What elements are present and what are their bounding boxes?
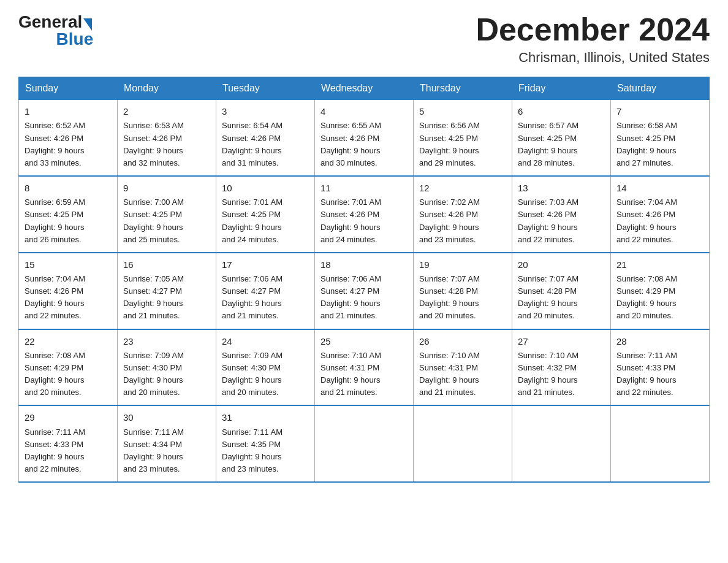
table-row: 8Sunrise: 6:59 AMSunset: 4:25 PMDaylight…: [19, 176, 118, 253]
table-row: 9Sunrise: 7:00 AMSunset: 4:25 PMDaylight…: [118, 176, 216, 253]
day-info: Sunrise: 7:01 AMSunset: 4:25 PMDaylight:…: [222, 196, 309, 246]
day-number: 19: [419, 258, 506, 272]
table-row: 22Sunrise: 7:08 AMSunset: 4:29 PMDayligh…: [19, 329, 118, 406]
day-number: 21: [616, 258, 703, 272]
day-info: Sunrise: 7:04 AMSunset: 4:26 PMDaylight:…: [25, 273, 112, 323]
table-row: 29Sunrise: 7:11 AMSunset: 4:33 PMDayligh…: [19, 405, 118, 482]
title-area: December 2024 Chrisman, Illinois, United…: [476, 12, 710, 66]
day-number: 5: [419, 104, 506, 118]
day-number: 8: [25, 181, 112, 195]
day-info: Sunrise: 7:01 AMSunset: 4:26 PMDaylight:…: [320, 196, 408, 246]
day-info: Sunrise: 7:06 AMSunset: 4:27 PMDaylight:…: [222, 273, 309, 323]
table-row: 11Sunrise: 7:01 AMSunset: 4:26 PMDayligh…: [315, 176, 414, 253]
table-row: 7Sunrise: 6:58 AMSunset: 4:25 PMDaylight…: [611, 99, 710, 176]
day-number: 9: [123, 181, 210, 195]
day-number: 7: [616, 104, 703, 118]
day-info: Sunrise: 6:56 AMSunset: 4:25 PMDaylight:…: [419, 120, 506, 169]
calendar-week-row: 29Sunrise: 7:11 AMSunset: 4:33 PMDayligh…: [19, 405, 710, 482]
day-number: 12: [419, 181, 506, 195]
day-number: 4: [320, 104, 408, 118]
table-row: 3Sunrise: 6:54 AMSunset: 4:26 PMDaylight…: [216, 99, 315, 176]
day-info: Sunrise: 6:59 AMSunset: 4:25 PMDaylight:…: [25, 196, 112, 246]
day-info: Sunrise: 7:06 AMSunset: 4:27 PMDaylight:…: [320, 273, 408, 323]
day-number: 1: [25, 104, 112, 118]
day-info: Sunrise: 7:11 AMSunset: 4:35 PMDaylight:…: [222, 426, 309, 476]
day-number: 18: [320, 258, 408, 272]
table-row: [315, 405, 414, 482]
day-info: Sunrise: 7:10 AMSunset: 4:32 PMDaylight:…: [518, 350, 605, 399]
day-number: 23: [123, 334, 210, 348]
calendar-week-row: 15Sunrise: 7:04 AMSunset: 4:26 PMDayligh…: [19, 253, 710, 329]
header-wednesday: Wednesday: [315, 77, 414, 99]
table-row: 16Sunrise: 7:05 AMSunset: 4:27 PMDayligh…: [118, 253, 216, 329]
day-number: 20: [518, 258, 605, 272]
header-sunday: Sunday: [19, 77, 118, 99]
table-row: 5Sunrise: 6:56 AMSunset: 4:25 PMDaylight…: [414, 99, 512, 176]
day-number: 24: [222, 334, 309, 348]
table-row: 28Sunrise: 7:11 AMSunset: 4:33 PMDayligh…: [611, 329, 710, 406]
calendar-week-row: 1Sunrise: 6:52 AMSunset: 4:26 PMDaylight…: [19, 99, 710, 176]
table-row: 24Sunrise: 7:09 AMSunset: 4:30 PMDayligh…: [216, 329, 315, 406]
logo-blue-text: Blue: [56, 29, 94, 49]
table-row: 30Sunrise: 7:11 AMSunset: 4:34 PMDayligh…: [118, 405, 216, 482]
table-row: 23Sunrise: 7:09 AMSunset: 4:30 PMDayligh…: [118, 329, 216, 406]
day-info: Sunrise: 7:08 AMSunset: 4:29 PMDaylight:…: [25, 350, 112, 399]
table-row: 4Sunrise: 6:55 AMSunset: 4:26 PMDaylight…: [315, 99, 414, 176]
day-info: Sunrise: 7:10 AMSunset: 4:31 PMDaylight:…: [320, 350, 408, 399]
day-info: Sunrise: 7:07 AMSunset: 4:28 PMDaylight:…: [419, 273, 506, 323]
day-info: Sunrise: 7:00 AMSunset: 4:25 PMDaylight:…: [123, 196, 210, 246]
table-row: 14Sunrise: 7:04 AMSunset: 4:26 PMDayligh…: [611, 176, 710, 253]
table-row: 2Sunrise: 6:53 AMSunset: 4:26 PMDaylight…: [118, 99, 216, 176]
day-number: 27: [518, 334, 605, 348]
table-row: [414, 405, 512, 482]
day-number: 28: [616, 334, 703, 348]
table-row: 13Sunrise: 7:03 AMSunset: 4:26 PMDayligh…: [512, 176, 611, 253]
day-number: 25: [320, 334, 408, 348]
day-info: Sunrise: 7:10 AMSunset: 4:31 PMDaylight:…: [419, 350, 506, 399]
table-row: 10Sunrise: 7:01 AMSunset: 4:25 PMDayligh…: [216, 176, 315, 253]
day-number: 17: [222, 258, 309, 272]
day-info: Sunrise: 7:05 AMSunset: 4:27 PMDaylight:…: [123, 273, 210, 323]
day-info: Sunrise: 6:58 AMSunset: 4:25 PMDaylight:…: [616, 120, 703, 169]
day-info: Sunrise: 6:54 AMSunset: 4:26 PMDaylight:…: [222, 120, 309, 169]
table-row: 26Sunrise: 7:10 AMSunset: 4:31 PMDayligh…: [414, 329, 512, 406]
table-row: 27Sunrise: 7:10 AMSunset: 4:32 PMDayligh…: [512, 329, 611, 406]
day-info: Sunrise: 7:07 AMSunset: 4:28 PMDaylight:…: [518, 273, 605, 323]
table-row: 6Sunrise: 6:57 AMSunset: 4:25 PMDaylight…: [512, 99, 611, 176]
month-year-title: December 2024: [476, 12, 710, 47]
day-number: 6: [518, 104, 605, 118]
header-tuesday: Tuesday: [216, 77, 315, 99]
day-info: Sunrise: 6:52 AMSunset: 4:26 PMDaylight:…: [25, 120, 112, 169]
calendar-week-row: 8Sunrise: 6:59 AMSunset: 4:25 PMDaylight…: [19, 176, 710, 253]
day-number: 11: [320, 181, 408, 195]
logo: General Blue: [18, 12, 93, 49]
header-friday: Friday: [512, 77, 611, 99]
day-info: Sunrise: 7:09 AMSunset: 4:30 PMDaylight:…: [123, 350, 210, 399]
day-number: 3: [222, 104, 309, 118]
page-header: General Blue December 2024 Chrisman, Ill…: [18, 12, 710, 66]
table-row: 25Sunrise: 7:10 AMSunset: 4:31 PMDayligh…: [315, 329, 414, 406]
table-row: 15Sunrise: 7:04 AMSunset: 4:26 PMDayligh…: [19, 253, 118, 329]
day-number: 29: [25, 410, 112, 424]
calendar-week-row: 22Sunrise: 7:08 AMSunset: 4:29 PMDayligh…: [19, 329, 710, 406]
day-number: 13: [518, 181, 605, 195]
day-number: 2: [123, 104, 210, 118]
day-info: Sunrise: 7:04 AMSunset: 4:26 PMDaylight:…: [616, 196, 703, 246]
day-info: Sunrise: 7:02 AMSunset: 4:26 PMDaylight:…: [419, 196, 506, 246]
table-row: 18Sunrise: 7:06 AMSunset: 4:27 PMDayligh…: [315, 253, 414, 329]
day-info: Sunrise: 6:53 AMSunset: 4:26 PMDaylight:…: [123, 120, 210, 169]
calendar-table: Sunday Monday Tuesday Wednesday Thursday…: [18, 77, 710, 483]
table-row: 12Sunrise: 7:02 AMSunset: 4:26 PMDayligh…: [414, 176, 512, 253]
table-row: 21Sunrise: 7:08 AMSunset: 4:29 PMDayligh…: [611, 253, 710, 329]
day-number: 14: [616, 181, 703, 195]
day-info: Sunrise: 6:57 AMSunset: 4:25 PMDaylight:…: [518, 120, 605, 169]
day-number: 22: [25, 334, 112, 348]
logo-arrow-icon: [83, 18, 92, 31]
day-number: 31: [222, 410, 309, 424]
day-number: 30: [123, 410, 210, 424]
table-row: 17Sunrise: 7:06 AMSunset: 4:27 PMDayligh…: [216, 253, 315, 329]
table-row: 20Sunrise: 7:07 AMSunset: 4:28 PMDayligh…: [512, 253, 611, 329]
day-info: Sunrise: 7:11 AMSunset: 4:33 PMDaylight:…: [25, 426, 112, 476]
day-info: Sunrise: 6:55 AMSunset: 4:26 PMDaylight:…: [320, 120, 408, 169]
table-row: 1Sunrise: 6:52 AMSunset: 4:26 PMDaylight…: [19, 99, 118, 176]
